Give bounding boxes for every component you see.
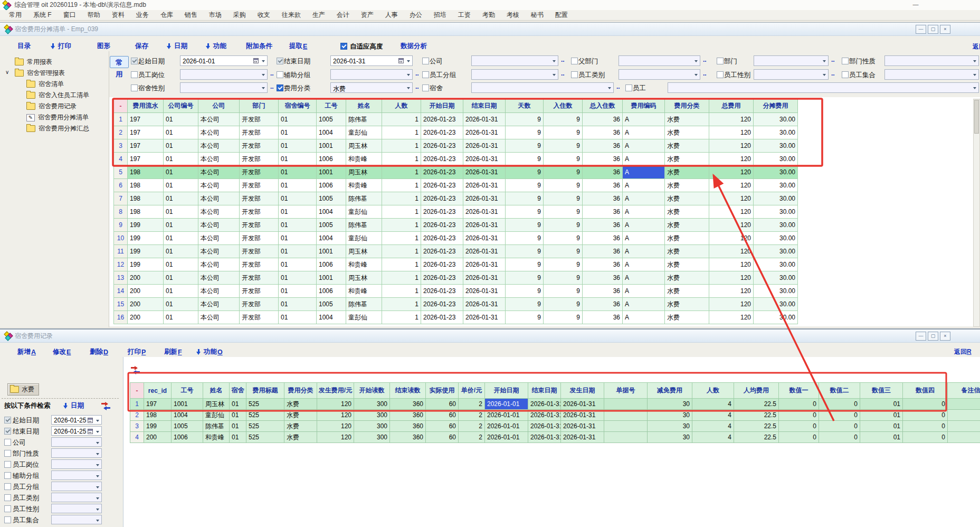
- filter-field[interactable]: [51, 515, 102, 524]
- cell[interactable]: 1006: [317, 258, 346, 271]
- cell[interactable]: 9: [506, 113, 544, 126]
- toolbar-button-6[interactable]: 附加条件: [246, 42, 272, 51]
- cell[interactable]: 2026-01-23: [421, 219, 463, 232]
- table-row[interactable]: 319701本公司开发部011001周玉林12026-01-232026-01-…: [114, 139, 798, 153]
- cell[interactable]: 30.00: [754, 179, 798, 192]
- column-header[interactable]: 开始读数: [354, 383, 390, 399]
- cell[interactable]: 本公司: [198, 271, 240, 285]
- cell[interactable]: 0: [819, 432, 860, 443]
- cell[interactable]: 开发部: [240, 232, 279, 245]
- cell[interactable]: 0: [819, 399, 860, 410]
- column-header[interactable]: 天数: [506, 99, 544, 113]
- filter-checkbox[interactable]: [4, 417, 11, 424]
- cell[interactable]: 01: [164, 232, 198, 245]
- cell[interactable]: 36: [583, 219, 623, 232]
- cell[interactable]: 22.5: [734, 399, 779, 410]
- cell[interactable]: 2026-01-31: [463, 126, 506, 139]
- column-header[interactable]: 结束日期: [528, 383, 561, 399]
- cell[interactable]: 和贵峰: [203, 432, 230, 443]
- cell[interactable]: 60: [426, 410, 459, 421]
- cell[interactable]: 01: [164, 153, 198, 166]
- cell[interactable]: 197: [128, 153, 164, 166]
- cell[interactable]: 水费: [665, 298, 709, 311]
- cell[interactable]: 2026-01-31: [463, 153, 506, 166]
- cell[interactable]: 120: [317, 432, 354, 443]
- table-row[interactable]: 1219901本公司开发部011006和贵峰12026-01-232026-01…: [114, 258, 798, 271]
- cell[interactable]: 525: [246, 410, 284, 421]
- cell[interactable]: 和贵峰: [346, 285, 382, 298]
- cell[interactable]: A: [623, 205, 665, 219]
- row-number[interactable]: 13: [114, 271, 128, 285]
- row-number[interactable]: 5: [114, 166, 128, 179]
- cell[interactable]: 9: [506, 271, 544, 285]
- filter-checkbox[interactable]: [4, 428, 11, 435]
- row-number[interactable]: 12: [114, 258, 128, 271]
- cell[interactable]: 本公司: [198, 232, 240, 245]
- cell[interactable]: 9: [544, 298, 583, 311]
- cell[interactable]: 9: [544, 311, 583, 324]
- filter-field[interactable]: [619, 69, 700, 80]
- menu-item-16[interactable]: 办公: [404, 11, 428, 20]
- menu-item-6[interactable]: 仓库: [155, 11, 179, 20]
- cell[interactable]: 2026-01-31: [463, 298, 506, 311]
- cell[interactable]: 300: [354, 421, 390, 432]
- cell[interactable]: [604, 410, 648, 421]
- selected-cell[interactable]: 2026-01-01: [485, 399, 528, 410]
- table-row[interactable]: 21981004童彭仙01525水费1203003606022026-01-01…: [130, 410, 980, 421]
- cell[interactable]: 周玉林: [203, 399, 230, 410]
- cell[interactable]: 2026-01-23: [421, 205, 463, 219]
- panel-minimize-icon[interactable]: —: [916, 332, 926, 341]
- menu-item-1[interactable]: 系统 F: [27, 11, 58, 20]
- tree-item-5-selected[interactable]: ✎宿舍费用分摊清单: [26, 113, 89, 122]
- cell[interactable]: 01: [860, 399, 903, 410]
- cell[interactable]: 200: [128, 311, 164, 324]
- cell[interactable]: 1005: [317, 298, 346, 311]
- column-header[interactable]: 费用编码: [623, 99, 665, 113]
- column-header[interactable]: 入住数: [544, 99, 583, 113]
- cell[interactable]: 本公司: [198, 311, 240, 324]
- cell[interactable]: 120: [709, 126, 754, 139]
- cell[interactable]: 200: [128, 285, 164, 298]
- filter-field[interactable]: [180, 69, 268, 80]
- cell[interactable]: A: [623, 285, 665, 298]
- filter-field[interactable]: 2026-01-25: [51, 426, 102, 436]
- toolbar-button-4[interactable]: 日期: [167, 42, 187, 51]
- table-row[interactable]: 1520001本公司开发部011005陈伟基12026-01-232026-01…: [114, 298, 798, 311]
- cell[interactable]: 水费: [284, 410, 317, 421]
- cell[interactable]: 开发部: [240, 126, 279, 139]
- cell[interactable]: 1: [382, 298, 421, 311]
- cell[interactable]: 9: [544, 205, 583, 219]
- cell[interactable]: 01: [230, 421, 246, 432]
- cell[interactable]: 1: [382, 153, 421, 166]
- scrollbar-thumb[interactable]: [974, 100, 979, 134]
- cell[interactable]: 01: [164, 205, 198, 219]
- column-header[interactable]: 分摊费用: [754, 99, 798, 113]
- cell[interactable]: 0: [819, 421, 860, 432]
- filter-checkbox[interactable]: [571, 71, 578, 78]
- cell[interactable]: 水费: [284, 399, 317, 410]
- filter-field[interactable]: [668, 82, 979, 93]
- cell[interactable]: 本公司: [198, 285, 240, 298]
- cell[interactable]: 120: [317, 410, 354, 421]
- cell[interactable]: A: [623, 271, 665, 285]
- cell[interactable]: 2026-01-31: [463, 285, 506, 298]
- cell[interactable]: 01: [279, 166, 317, 179]
- cell[interactable]: 本公司: [198, 126, 240, 139]
- filter-checkbox[interactable]: [4, 483, 11, 490]
- menu-item-3[interactable]: 帮助: [82, 11, 106, 20]
- cell[interactable]: 30.00: [754, 298, 798, 311]
- cell[interactable]: 1004: [317, 232, 346, 245]
- filter-checkbox[interactable]: [277, 58, 283, 64]
- column-header[interactable]: 部门: [240, 99, 279, 113]
- menu-item-14[interactable]: 资产: [355, 11, 379, 20]
- filter-field[interactable]: [330, 69, 413, 80]
- table-row[interactable]: 1620001本公司开发部011004童彭仙12026-01-232026-01…: [114, 311, 798, 324]
- cell[interactable]: 198: [128, 179, 164, 192]
- filter-field[interactable]: [51, 437, 102, 447]
- cell[interactable]: A: [623, 113, 665, 126]
- cell[interactable]: 01: [279, 245, 317, 258]
- filter-checkbox[interactable]: [4, 494, 11, 501]
- filter-checkbox[interactable]: [422, 84, 429, 91]
- cell[interactable]: 水费: [665, 139, 709, 153]
- cell[interactable]: 01: [164, 126, 198, 139]
